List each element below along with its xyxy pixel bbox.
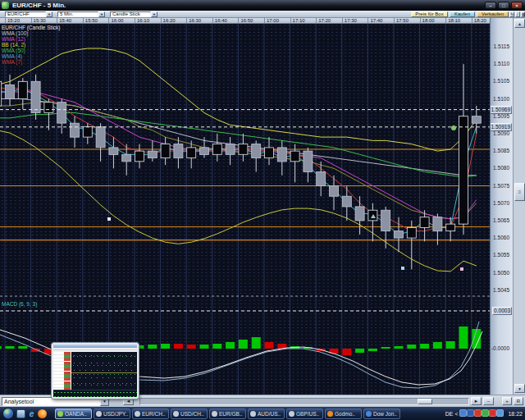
time-tick-label: 16:10 — [135, 18, 149, 24]
time-axis: 15:2015:3015:4015:5016:0016:1016:2016:30… — [0, 18, 490, 24]
horizontal-scrollbar[interactable] — [139, 398, 469, 405]
time-tick-label: 15:40 — [57, 18, 71, 24]
price-tick-label: 1.5060 — [493, 235, 509, 241]
zoom-out-button[interactable]: − — [483, 397, 494, 405]
chart-app-icon — [2, 2, 9, 9]
time-tick-label: 17:20 — [316, 18, 331, 24]
thumbnail-subchart — [53, 390, 137, 397]
legend-wma7: WMA (7) — [2, 59, 61, 65]
start-button[interactable] — [2, 408, 14, 419]
scroll-up-icon[interactable]: ▲ — [514, 19, 525, 28]
language-indicator[interactable]: DE — [445, 411, 454, 417]
price-tick-label: 1.5055 — [493, 252, 509, 258]
price-tick-label: 1.5090 — [493, 130, 509, 137]
reset-zoom-button[interactable]: R — [514, 397, 523, 405]
tray-chevron-icon[interactable]: < — [454, 411, 458, 417]
chart-legend: EUR/CHF (Candle Stick) WMA (100) WMA (12… — [2, 25, 61, 65]
taskbar-button-icon — [96, 411, 102, 417]
title-bar[interactable]: EUR/CHF - 5 Min. – □ × — [0, 0, 525, 11]
taskbar-button-oanda[interactable]: OANDA.. — [55, 409, 92, 419]
taskbar-button-gbpus[interactable]: GBP/US.. — [286, 409, 323, 419]
taskbar-button-audus[interactable]: AUD/US.. — [248, 409, 285, 419]
taskbar-button-godmo[interactable]: Godmo.. — [325, 409, 362, 419]
trendline-tool-icon[interactable]: / — [515, 11, 520, 17]
macd-indicator-label: MACD (6, 9, 3) — [2, 301, 37, 307]
taskbar-button-label: USD/JPY.. — [103, 411, 128, 417]
interval-select[interactable]: 5 Min. ▼ — [57, 11, 105, 17]
taskbar-button-icon — [173, 411, 179, 417]
minimize-button[interactable]: – — [485, 2, 496, 9]
chart-plot-area[interactable]: EUR/CHF (Candle Stick) WMA (100) WMA (12… — [0, 24, 490, 395]
price-tick-label: 1.5100 — [493, 96, 509, 103]
zoom-in-button[interactable]: + — [502, 397, 512, 405]
time-tick-label: 16:00 — [108, 18, 123, 24]
window-title: EUR/CHF - 5 Min. — [12, 2, 66, 9]
tray-status-icon[interactable] — [482, 409, 489, 417]
taskbar-clock: 18:22 — [508, 411, 523, 417]
time-tick-label: 16:40 — [212, 18, 227, 24]
chart-type-select[interactable]: Candle Stick ▼ — [110, 11, 158, 17]
scroll-down-icon[interactable]: ▼ — [514, 384, 525, 393]
vertical-scrollbar[interactable]: ▲ ≡ ▼ — [513, 18, 525, 395]
price-tick-label: 1.5080 — [493, 165, 509, 171]
thumbnail-body — [53, 352, 137, 390]
scroll-forward-button[interactable]: ► — [471, 397, 482, 405]
vertical-scrollbar-thumb[interactable]: ≡ — [514, 183, 525, 201]
horizontal-scrollbar-thumb[interactable] — [418, 399, 432, 404]
taskbar-button-icon — [212, 411, 217, 417]
chevron-down-icon[interactable]: ▼ — [151, 11, 158, 17]
taskbar-button-usdch[interactable]: USD/CH.. — [171, 409, 208, 419]
draw-tool-icon[interactable]: ✎ — [509, 11, 514, 17]
taskbar-button-usdjpy[interactable]: USD/JPY.. — [94, 409, 130, 419]
chevron-down-icon[interactable]: ▼ — [98, 11, 105, 17]
taskbar-button-icon — [135, 411, 140, 417]
instrument-select[interactable]: EUR/CHF ▼ — [5, 11, 52, 17]
buy-button[interactable]: Kaufen — [450, 11, 475, 17]
firefox-icon[interactable] — [38, 409, 47, 418]
taskbar-button-label: EUR/CH.. — [142, 411, 166, 417]
taskbar-button-dowjon[interactable]: Dow Jon.. — [363, 409, 400, 419]
taskbar-button-label: Dow Jon.. — [373, 411, 397, 417]
system-tray: DE < 18:22 — [445, 409, 525, 418]
time-tick-label: 16:30 — [186, 18, 201, 24]
price-tick-label: 1.5095 — [493, 113, 509, 120]
maximize-button[interactable]: □ — [498, 2, 509, 9]
legend-wma100: WMA (100) — [2, 30, 61, 36]
tray-alarm-icon[interactable] — [474, 409, 482, 417]
time-tick-label: 18:00 — [420, 18, 435, 24]
app-preview-thumbnail[interactable] — [52, 343, 139, 399]
price-box-button[interactable]: Preis für Box — [411, 11, 448, 17]
show-desktop-icon[interactable] — [16, 409, 25, 418]
price-tick-label: 1.5115 — [494, 43, 509, 50]
tray-window-icon[interactable] — [459, 409, 467, 417]
taskbar-button-eurgb[interactable]: EUR/GB.. — [209, 409, 246, 419]
taskbar-button-label: OANDA.. — [65, 411, 87, 417]
chart-type-value: Candle Stick — [110, 11, 151, 17]
layout-tool-icon[interactable]: ▦ — [521, 11, 525, 17]
time-tick-label: 18:20 — [472, 18, 486, 24]
tray-network-icon[interactable] — [496, 409, 504, 417]
taskbar-button-icon — [57, 411, 63, 417]
price-tick-label: 1.5065 — [493, 217, 509, 224]
time-tick-label: 17:50 — [394, 18, 409, 24]
price-tick-label: 1.5110 — [494, 61, 509, 67]
price-tick-label: 1.5050 — [493, 270, 509, 276]
instrument-value: EUR/CHF — [5, 11, 46, 17]
sell-button[interactable]: Verkaufen — [477, 11, 509, 17]
legend-wma50: WMA (50) — [2, 48, 61, 53]
chart-toolbar: EUR/CHF ▼ 5 Min. ▼ Candle Stick ▼ Preis … — [0, 11, 525, 18]
taskbar-button-eurch[interactable]: EUR/CH.. — [132, 409, 169, 419]
internet-explorer-icon[interactable]: e — [27, 409, 36, 418]
tray-download-icon[interactable] — [489, 409, 496, 417]
taskbar-button-icon — [289, 411, 294, 417]
time-tick-label: 15:50 — [83, 18, 98, 24]
legend-bb: BB (14, 2) — [2, 42, 61, 48]
tray-icons — [459, 409, 504, 418]
close-button[interactable]: × — [511, 2, 523, 9]
taskbar-buttons: OANDA..USD/JPY..EUR/CH..USD/CH..EUR/GB..… — [55, 409, 400, 419]
tray-chart-icon[interactable] — [467, 409, 474, 417]
taskbar-button-label: AUD/US.. — [258, 411, 281, 417]
time-tick-label: 18:10 — [445, 18, 460, 24]
legend-wma12: WMA (12) — [2, 36, 61, 42]
chevron-down-icon[interactable]: ▼ — [46, 11, 52, 17]
